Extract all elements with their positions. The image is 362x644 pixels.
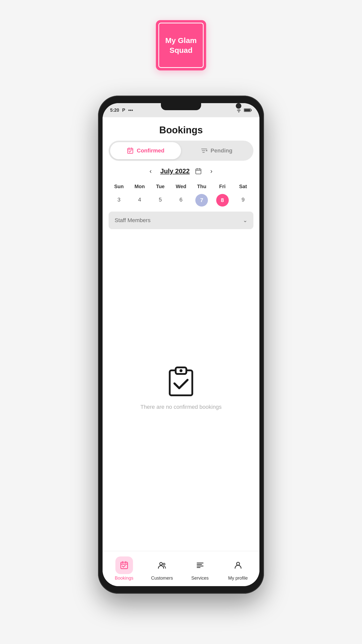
pending-icon — [201, 147, 208, 154]
myprofile-label: My profile — [228, 576, 248, 581]
weekday-sat: Sat — [233, 182, 253, 191]
svg-rect-10 — [121, 562, 127, 569]
tab-pending-label: Pending — [211, 147, 233, 154]
page-title: Bookings — [103, 117, 259, 141]
tab-confirmed-label: Confirmed — [137, 147, 164, 154]
weekday-sun: Sun — [109, 182, 129, 191]
svg-point-12 — [163, 563, 165, 565]
day-8-selected[interactable]: 8 — [216, 194, 229, 207]
bookings-label: Bookings — [115, 576, 133, 581]
day-9[interactable]: 9 — [233, 194, 253, 207]
staff-dropdown[interactable]: Staff Members ⌄ — [109, 212, 253, 229]
myprofile-icon-wrap — [229, 556, 247, 574]
day-5[interactable]: 5 — [150, 194, 171, 207]
phone-camera — [236, 103, 241, 109]
svg-rect-2 — [244, 109, 250, 111]
svg-rect-6 — [196, 169, 201, 174]
month-label: July 2022 — [160, 167, 190, 175]
tab-confirmed[interactable]: Confirmed — [110, 142, 181, 159]
logo-text: My GlamSquad — [165, 35, 197, 55]
bookings-icon — [120, 561, 129, 570]
status-dots: ••• — [128, 108, 133, 113]
nav-services[interactable]: Services — [181, 556, 219, 581]
nav-bookings[interactable]: Bookings — [105, 556, 143, 581]
day-7-today[interactable]: 7 — [195, 194, 208, 207]
svg-rect-1 — [251, 109, 252, 111]
day-6[interactable]: 6 — [171, 194, 191, 207]
status-carrier: P — [122, 108, 125, 113]
days-row: 3 4 5 6 7 8 9 — [109, 194, 253, 207]
month-nav: ‹ July 2022 › — [109, 166, 253, 177]
nav-customers[interactable]: Customers — [143, 556, 181, 581]
customers-label: Customers — [151, 576, 173, 581]
day-4[interactable]: 4 — [129, 194, 150, 207]
services-label: Services — [191, 576, 209, 581]
customers-icon — [158, 561, 167, 570]
services-icon — [196, 561, 205, 570]
bottom-nav: Bookings Customers — [103, 551, 259, 586]
calendar-icon — [195, 168, 202, 175]
phone-screen: 5:20 P ••• Bookings — [103, 103, 259, 586]
svg-point-13 — [237, 562, 240, 565]
myprofile-icon — [234, 561, 243, 570]
customers-icon-wrap — [153, 556, 171, 574]
weekday-mon: Mon — [129, 182, 150, 191]
empty-message: There are no confirmed bookings — [141, 404, 222, 410]
battery-icon — [244, 108, 252, 112]
weekdays: Sun Mon Tue Wed Thu Fri Sat — [109, 182, 253, 191]
clipboard-check-icon — [166, 365, 196, 398]
confirmed-icon — [127, 147, 134, 154]
chevron-down-icon: ⌄ — [243, 217, 247, 224]
empty-state: There are no confirmed bookings — [103, 234, 259, 551]
staff-placeholder: Staff Members — [115, 217, 151, 224]
bookings-icon-wrap — [115, 556, 133, 574]
app-content: Bookings Confirmed — [103, 117, 259, 551]
calendar-section: ‹ July 2022 › Sun Mon Tue Wed Thu Fri — [103, 166, 259, 207]
day-3[interactable]: 3 — [109, 194, 129, 207]
svg-rect-3 — [128, 148, 133, 153]
phone-notch — [161, 103, 201, 110]
phone-frame: 5:20 P ••• Bookings — [98, 96, 264, 594]
weekday-wed: Wed — [171, 182, 191, 191]
prev-month-button[interactable]: ‹ — [146, 166, 155, 177]
services-icon-wrap — [191, 556, 209, 574]
tab-pending[interactable]: Pending — [181, 142, 252, 159]
next-month-button[interactable]: › — [207, 166, 216, 177]
nav-myprofile[interactable]: My profile — [219, 556, 257, 581]
svg-point-11 — [160, 562, 162, 565]
weekday-fri: Fri — [212, 182, 233, 191]
app-logo: My GlamSquad — [156, 20, 206, 70]
svg-point-9 — [179, 369, 183, 372]
status-time: 5:20 — [110, 108, 119, 113]
weekday-tue: Tue — [150, 182, 171, 191]
weekday-thu: Thu — [191, 182, 212, 191]
status-left: 5:20 P ••• — [110, 108, 133, 113]
tab-switcher: Confirmed Pending — [109, 141, 253, 161]
